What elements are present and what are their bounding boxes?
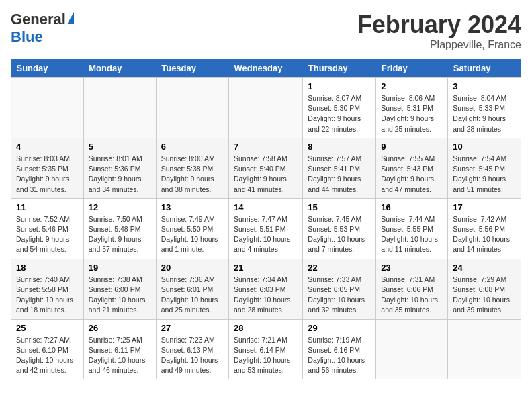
day-info: Sunrise: 7:27 AMSunset: 6:10 PMDaylight:… <box>16 335 79 376</box>
calendar-cell: 2Sunrise: 8:06 AMSunset: 5:31 PMDaylight… <box>376 78 448 138</box>
header-thursday: Thursday <box>303 59 376 78</box>
calendar-cell: 29Sunrise: 7:19 AMSunset: 6:16 PMDayligh… <box>303 319 376 379</box>
day-number: 2 <box>381 81 443 91</box>
day-number: 12 <box>89 202 151 212</box>
calendar-cell: 8Sunrise: 7:57 AMSunset: 5:41 PMDaylight… <box>303 138 376 198</box>
day-number: 14 <box>234 202 298 212</box>
calendar-cell: 10Sunrise: 7:54 AMSunset: 5:45 PMDayligh… <box>448 138 521 198</box>
week-row-3: 18Sunrise: 7:40 AMSunset: 5:58 PMDayligh… <box>11 259 521 319</box>
calendar-cell: 4Sunrise: 8:03 AMSunset: 5:35 PMDaylight… <box>11 138 84 198</box>
day-info: Sunrise: 8:04 AMSunset: 5:33 PMDaylight:… <box>453 93 516 134</box>
calendar-cell: 13Sunrise: 7:49 AMSunset: 5:50 PMDayligh… <box>156 198 228 259</box>
calendar-cell <box>83 78 156 138</box>
day-info: Sunrise: 7:54 AMSunset: 5:45 PMDaylight:… <box>453 154 516 195</box>
day-info: Sunrise: 7:47 AMSunset: 5:51 PMDaylight:… <box>234 214 298 255</box>
calendar-cell: 9Sunrise: 7:55 AMSunset: 5:43 PMDaylight… <box>376 138 448 198</box>
calendar-cell: 11Sunrise: 7:52 AMSunset: 5:46 PMDayligh… <box>11 198 84 259</box>
day-number: 24 <box>453 263 516 273</box>
calendar-cell: 21Sunrise: 7:34 AMSunset: 6:03 PMDayligh… <box>228 259 302 319</box>
calendar-cell: 15Sunrise: 7:45 AMSunset: 5:53 PMDayligh… <box>303 198 376 259</box>
calendar-cell <box>376 319 448 379</box>
header-wednesday: Wednesday <box>228 59 302 78</box>
calendar-cell: 20Sunrise: 7:36 AMSunset: 6:01 PMDayligh… <box>156 259 228 319</box>
day-info: Sunrise: 8:03 AMSunset: 5:35 PMDaylight:… <box>16 154 79 195</box>
calendar-cell: 26Sunrise: 7:25 AMSunset: 6:11 PMDayligh… <box>83 319 156 379</box>
day-info: Sunrise: 7:21 AMSunset: 6:14 PMDaylight:… <box>234 335 298 376</box>
header-tuesday: Tuesday <box>156 59 228 78</box>
calendar-cell <box>11 78 84 138</box>
day-number: 20 <box>161 263 224 273</box>
day-info: Sunrise: 7:31 AMSunset: 6:06 PMDaylight:… <box>381 275 443 316</box>
day-info: Sunrise: 7:45 AMSunset: 5:53 PMDaylight:… <box>308 214 371 255</box>
day-number: 23 <box>381 263 443 273</box>
calendar-cell: 16Sunrise: 7:44 AMSunset: 5:55 PMDayligh… <box>376 198 448 259</box>
calendar-cell: 12Sunrise: 7:50 AMSunset: 5:48 PMDayligh… <box>83 198 156 259</box>
day-info: Sunrise: 8:06 AMSunset: 5:31 PMDaylight:… <box>381 93 443 134</box>
day-info: Sunrise: 7:42 AMSunset: 5:56 PMDaylight:… <box>453 214 516 255</box>
day-info: Sunrise: 8:07 AMSunset: 5:30 PMDaylight:… <box>308 93 371 134</box>
day-info: Sunrise: 7:36 AMSunset: 6:01 PMDaylight:… <box>161 275 224 316</box>
calendar-cell: 22Sunrise: 7:33 AMSunset: 6:05 PMDayligh… <box>303 259 376 319</box>
logo-blue-text: Blue <box>11 28 43 46</box>
day-number: 22 <box>308 263 371 273</box>
day-info: Sunrise: 7:57 AMSunset: 5:41 PMDaylight:… <box>308 154 371 195</box>
calendar-cell <box>156 78 228 138</box>
day-number: 13 <box>161 202 224 212</box>
day-info: Sunrise: 7:50 AMSunset: 5:48 PMDaylight:… <box>89 214 151 255</box>
location-title: Plappeville, France <box>357 39 521 51</box>
day-info: Sunrise: 7:23 AMSunset: 6:13 PMDaylight:… <box>161 335 224 376</box>
day-number: 26 <box>89 323 151 333</box>
logo: General Blue <box>11 11 74 46</box>
day-number: 16 <box>381 202 443 212</box>
page-header: General Blue February 2024 Plappeville, … <box>11 11 521 51</box>
calendar-table: SundayMondayTuesdayWednesdayThursdayFrid… <box>11 59 521 379</box>
day-number: 5 <box>89 142 151 152</box>
day-number: 21 <box>234 263 298 273</box>
day-number: 25 <box>16 323 79 333</box>
day-info: Sunrise: 8:00 AMSunset: 5:38 PMDaylight:… <box>161 154 224 195</box>
month-title: February 2024 <box>357 11 521 39</box>
calendar-cell: 17Sunrise: 7:42 AMSunset: 5:56 PMDayligh… <box>448 198 521 259</box>
day-number: 18 <box>16 263 79 273</box>
day-info: Sunrise: 7:40 AMSunset: 5:58 PMDaylight:… <box>16 275 79 316</box>
day-number: 4 <box>16 142 79 152</box>
day-number: 28 <box>234 323 298 333</box>
day-number: 8 <box>308 142 371 152</box>
logo-general-text: General <box>11 11 66 28</box>
day-info: Sunrise: 7:52 AMSunset: 5:46 PMDaylight:… <box>16 214 79 255</box>
calendar-cell: 14Sunrise: 7:47 AMSunset: 5:51 PMDayligh… <box>228 198 302 259</box>
day-info: Sunrise: 7:29 AMSunset: 6:08 PMDaylight:… <box>453 275 516 316</box>
calendar-cell: 7Sunrise: 7:58 AMSunset: 5:40 PMDaylight… <box>228 138 302 198</box>
calendar-cell: 1Sunrise: 8:07 AMSunset: 5:30 PMDaylight… <box>303 78 376 138</box>
day-info: Sunrise: 7:55 AMSunset: 5:43 PMDaylight:… <box>381 154 443 195</box>
logo-triangle-icon <box>67 12 74 24</box>
header-saturday: Saturday <box>448 59 521 78</box>
calendar-cell <box>448 319 521 379</box>
week-row-1: 4Sunrise: 8:03 AMSunset: 5:35 PMDaylight… <box>11 138 521 198</box>
calendar-cell: 19Sunrise: 7:38 AMSunset: 6:00 PMDayligh… <box>83 259 156 319</box>
day-number: 27 <box>161 323 224 333</box>
header-friday: Friday <box>376 59 448 78</box>
week-row-0: 1Sunrise: 8:07 AMSunset: 5:30 PMDaylight… <box>11 78 521 138</box>
week-row-2: 11Sunrise: 7:52 AMSunset: 5:46 PMDayligh… <box>11 198 521 259</box>
calendar-cell <box>228 78 302 138</box>
calendar-cell: 28Sunrise: 7:21 AMSunset: 6:14 PMDayligh… <box>228 319 302 379</box>
day-info: Sunrise: 7:34 AMSunset: 6:03 PMDaylight:… <box>234 275 298 316</box>
day-number: 7 <box>234 142 298 152</box>
header-sunday: Sunday <box>11 59 84 78</box>
day-number: 29 <box>308 323 371 333</box>
calendar-cell: 18Sunrise: 7:40 AMSunset: 5:58 PMDayligh… <box>11 259 84 319</box>
header-row: SundayMondayTuesdayWednesdayThursdayFrid… <box>11 59 521 78</box>
week-row-4: 25Sunrise: 7:27 AMSunset: 6:10 PMDayligh… <box>11 319 521 379</box>
day-info: Sunrise: 7:33 AMSunset: 6:05 PMDaylight:… <box>308 275 371 316</box>
day-info: Sunrise: 7:38 AMSunset: 6:00 PMDaylight:… <box>89 275 151 316</box>
day-number: 19 <box>89 263 151 273</box>
day-number: 17 <box>453 202 516 212</box>
day-info: Sunrise: 7:49 AMSunset: 5:50 PMDaylight:… <box>161 214 224 255</box>
calendar-cell: 23Sunrise: 7:31 AMSunset: 6:06 PMDayligh… <box>376 259 448 319</box>
calendar-cell: 27Sunrise: 7:23 AMSunset: 6:13 PMDayligh… <box>156 319 228 379</box>
day-number: 9 <box>381 142 443 152</box>
calendar-cell: 24Sunrise: 7:29 AMSunset: 6:08 PMDayligh… <box>448 259 521 319</box>
calendar-cell: 6Sunrise: 8:00 AMSunset: 5:38 PMDaylight… <box>156 138 228 198</box>
day-number: 11 <box>16 202 79 212</box>
